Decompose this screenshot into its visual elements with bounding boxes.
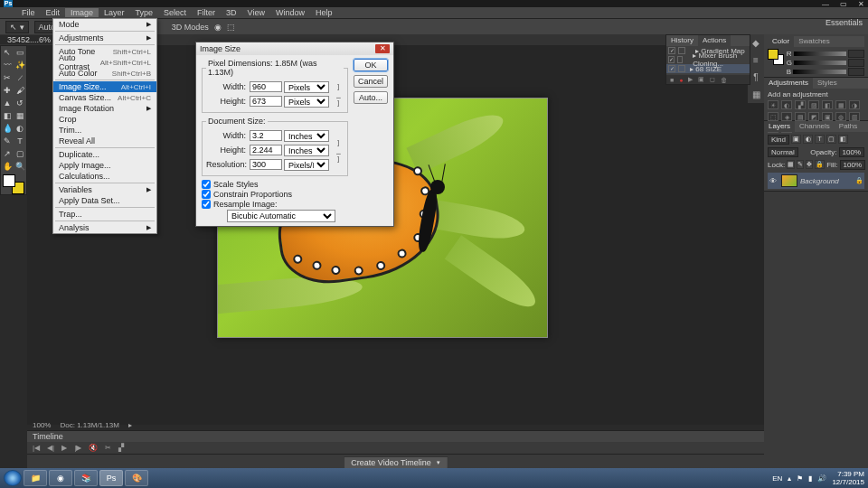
blur-tool-icon[interactable]: 💧 — [1, 122, 14, 135]
doc-height-input[interactable] — [250, 145, 282, 155]
tool-preset[interactable]: ↖ ▾ — [5, 21, 29, 33]
explorer-taskbar-icon[interactable]: 📁 — [24, 470, 47, 486]
action-row[interactable]: ✓▸ Mixer Brush Cloning... — [666, 55, 750, 64]
panel-icon[interactable]: ◆ — [752, 38, 760, 48]
resample-checkbox[interactable] — [202, 200, 211, 209]
menu-layer[interactable]: Layer — [99, 8, 130, 17]
adjustment-icon[interactable]: ▣ — [822, 112, 833, 121]
maximize-icon[interactable]: ▭ — [840, 0, 847, 8]
adjustment-icon[interactable]: ☀ — [768, 100, 778, 109]
link-icon[interactable]: ]⎯] — [333, 82, 344, 107]
menu-item[interactable]: Reveal All — [53, 136, 156, 146]
ok-button[interactable]: OK — [354, 59, 388, 71]
transition-icon[interactable]: ▞ — [118, 444, 124, 452]
pixel-height-unit[interactable]: Pixels — [284, 96, 329, 108]
menu-item[interactable]: Analysis▶ — [53, 222, 156, 233]
b-value[interactable] — [848, 68, 864, 76]
menu-item[interactable]: Duplicate... — [53, 149, 156, 160]
adjustment-icon[interactable]: ◐ — [781, 100, 792, 109]
menubar[interactable]: FileEditImageLayerTypeSelectFilter3DView… — [0, 7, 868, 18]
adjustment-icon[interactable]: ▤ — [795, 112, 806, 121]
panel-icon[interactable]: ¶ — [753, 72, 758, 82]
pixel-height-input[interactable] — [250, 96, 282, 107]
photoshop-taskbar-icon[interactable]: Ps — [99, 470, 123, 486]
menu-view[interactable]: View — [242, 8, 270, 17]
doc-width-input[interactable] — [250, 130, 282, 141]
play-icon[interactable]: ▶ — [61, 444, 67, 452]
paint-taskbar-icon[interactable]: 🎨 — [125, 470, 148, 486]
menu-image[interactable]: Image — [65, 8, 99, 17]
menu-item[interactable]: Adjustments▶ — [53, 33, 156, 43]
color-tab[interactable]: Color — [768, 36, 794, 47]
panel-icon[interactable]: ≡ — [753, 55, 759, 65]
workspace-switcher[interactable]: Essentials — [826, 18, 863, 27]
zoom-tool-icon[interactable]: 🔍 — [14, 160, 26, 173]
pixel-width-input[interactable] — [250, 81, 282, 92]
g-value[interactable] — [848, 59, 864, 67]
crop-tool-icon[interactable]: ✂ — [1, 71, 14, 84]
channels-tab[interactable]: Channels — [795, 121, 835, 132]
menu-item[interactable]: Image Rotation▶ — [53, 103, 156, 114]
close-icon[interactable]: ✕ — [375, 44, 390, 53]
menu-item[interactable]: Canvas Size...Alt+Ctrl+C — [53, 92, 156, 103]
layer-thumbnail[interactable] — [781, 174, 797, 187]
menu-item[interactable]: Trap... — [53, 209, 156, 220]
menu-edit[interactable]: Edit — [41, 8, 66, 17]
g-slider[interactable] — [794, 61, 846, 65]
minimize-icon[interactable]: — — [822, 0, 829, 8]
network-icon[interactable]: ▮ — [808, 474, 812, 483]
history-tab[interactable]: History — [666, 35, 698, 46]
layer-row[interactable]: 👁 Background 🔒 — [768, 173, 864, 189]
adjustment-icon[interactable]: ⬚ — [768, 112, 778, 121]
filter-icon[interactable]: ▣ — [791, 135, 801, 144]
filter-icon[interactable]: T — [815, 135, 825, 144]
swatches-tab[interactable]: Swatches — [794, 36, 835, 47]
move-tool-icon[interactable]: ↖ — [1, 46, 14, 59]
next-frame-icon[interactable]: |▶ — [74, 444, 81, 452]
pen-tool-icon[interactable]: ✎ — [1, 135, 14, 147]
panel-icon[interactable]: ▦ — [752, 89, 760, 99]
link-icon[interactable]: ]⎯] — [333, 138, 344, 163]
volume-icon[interactable]: 🔊 — [817, 474, 826, 483]
menu-3d[interactable]: 3D — [221, 8, 242, 17]
hand-tool-icon[interactable]: ✋ — [1, 160, 14, 173]
menu-filter[interactable]: Filter — [192, 8, 221, 17]
visibility-icon[interactable]: 👁 — [769, 177, 778, 185]
menu-select[interactable]: Select — [158, 8, 192, 17]
b-slider[interactable] — [793, 70, 846, 74]
menu-item[interactable]: Auto ContrastAlt+Shift+Ctrl+L — [53, 57, 156, 68]
adjustment-icon[interactable]: ▨ — [808, 100, 819, 109]
prev-frame-icon[interactable]: ◀| — [47, 444, 54, 452]
brush-tool-icon[interactable]: 🖌 — [14, 84, 26, 97]
actions-tab[interactable]: Actions — [698, 35, 731, 46]
menu-window[interactable]: Window — [270, 8, 310, 17]
auto-button[interactable]: Auto... — [354, 91, 388, 104]
3d-icon[interactable]: ◉ — [214, 23, 222, 32]
menu-item[interactable]: Apply Image... — [53, 160, 156, 171]
paths-tab[interactable]: Paths — [835, 121, 862, 132]
adjustment-icon[interactable]: ◩ — [808, 112, 819, 121]
adjustment-icon[interactable]: ▦ — [835, 100, 846, 109]
adjustment-icon[interactable]: ◑ — [849, 100, 860, 109]
adjustment-icon[interactable]: ◈ — [781, 112, 792, 121]
lock-icon[interactable]: ▦ — [787, 160, 795, 169]
doc-width-unit[interactable]: Inches — [284, 130, 329, 142]
resolution-unit[interactable]: Pixels/Inch — [284, 159, 329, 171]
first-frame-icon[interactable]: |◀ — [33, 444, 40, 452]
styles-tab[interactable]: Styles — [813, 78, 842, 89]
r-slider[interactable] — [794, 52, 846, 56]
image-menu-dropdown[interactable]: Mode▶Adjustments▶Auto ToneShift+Ctrl+LAu… — [52, 18, 157, 234]
path-tool-icon[interactable]: ↗ — [1, 147, 14, 160]
adjustment-icon[interactable]: ◧ — [822, 100, 833, 109]
heal-tool-icon[interactable]: ✚ — [1, 84, 14, 97]
record-icon[interactable]: ● — [679, 77, 683, 83]
menu-item[interactable]: Apply Data Set... — [53, 195, 156, 206]
lock-icon[interactable]: 🔒 — [815, 160, 825, 169]
color-swatch[interactable] — [3, 174, 24, 192]
marquee-tool-icon[interactable]: ▭ — [14, 46, 26, 59]
menu-item[interactable]: Mode▶ — [53, 19, 156, 30]
resample-method-select[interactable]: Bicubic Automatic — [227, 210, 335, 222]
dodge-tool-icon[interactable]: ◐ — [14, 122, 26, 135]
doc-height-unit[interactable]: Inches — [284, 145, 329, 156]
audio-icon[interactable]: 🔇 — [89, 444, 98, 452]
